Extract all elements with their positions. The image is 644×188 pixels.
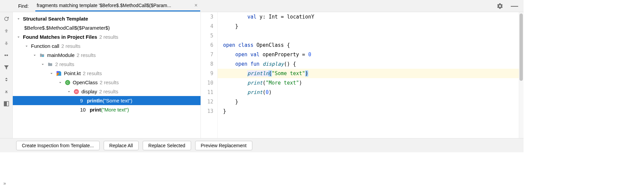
node-label: Point.kt [64, 70, 81, 76]
tree-template-header[interactable]: Structural Search Template [13, 14, 201, 23]
find-bar: Find: fragments matching template '$Befo… [0, 0, 524, 12]
svg-text:C: C [67, 81, 69, 84]
class-icon: C [65, 80, 71, 86]
node-label: OpenClass [73, 80, 98, 85]
result-count: 2 results [99, 34, 118, 40]
filter-icon[interactable] [2, 63, 10, 71]
svg-text:m: m [75, 90, 78, 93]
find-field-wrap[interactable]: fragments matching template '$Before$.$M… [35, 1, 200, 11]
result-count: 2 results [55, 61, 74, 67]
close-icon[interactable]: × [193, 2, 199, 8]
code-preview[interactable]: 345 678 91011 1213 val y: Int = location… [201, 12, 524, 138]
results-tree: Structural Search Template $Before$.$Met… [13, 12, 201, 138]
folder-icon [47, 62, 53, 67]
side-toolbar: ▪▪ [0, 12, 13, 138]
svg-rect-0 [4, 101, 6, 106]
preview-pane-icon[interactable] [2, 100, 10, 108]
arrow-down-icon[interactable] [2, 39, 10, 47]
match-text: println("Some text") [87, 98, 132, 103]
tree-match-1[interactable]: 9 println("Some text") [13, 96, 201, 105]
method-icon: m [73, 89, 79, 95]
tree-package[interactable]: 2 results [13, 60, 201, 69]
node-label: display [81, 89, 97, 94]
tree-found-header[interactable]: Found Matches in Project Files 2 results [13, 32, 201, 41]
module-icon [39, 53, 45, 58]
refresh-icon[interactable] [2, 15, 10, 23]
scrollbar-thumb[interactable] [520, 13, 523, 81]
result-count: 2 results [77, 52, 96, 58]
result-count: 2 results [99, 89, 118, 94]
main-area: ▪▪ Structural Search Template $Before$.$… [0, 12, 524, 138]
tree-module[interactable]: mainModule 2 results [13, 51, 201, 60]
tree-function-call[interactable]: Function call 2 results [13, 41, 201, 51]
tree-match-2[interactable]: 10 print("More text") [13, 105, 201, 114]
find-query[interactable]: fragments matching template '$Before$.$M… [37, 3, 193, 8]
preview-replacement-button[interactable]: Preview Replacement [195, 141, 252, 150]
node-label: Function call [31, 43, 59, 49]
node-label: $Before$.$MethodCall$($Parameter$) [24, 25, 110, 31]
tree-template-value[interactable]: $Before$.$MethodCall$($Parameter$) [13, 23, 201, 32]
code-body[interactable]: val y: Int = locationY } open class Open… [218, 12, 524, 138]
kotlin-file-icon [56, 70, 62, 76]
result-count: 2 results [83, 70, 102, 76]
create-inspection-button[interactable]: Create Inspection from Template... [16, 141, 100, 150]
replace-selected-button[interactable]: Replace Selected [143, 141, 191, 150]
match-line-number: 10 [80, 107, 86, 113]
node-label: mainModule [47, 52, 75, 58]
arrow-up-icon[interactable] [2, 27, 10, 35]
collapse-all-icon[interactable] [2, 88, 10, 96]
gutter: 345 678 91011 1213 [201, 12, 218, 138]
tree-class[interactable]: C OpenClass 2 results [13, 78, 201, 87]
find-label: Find: [18, 3, 29, 9]
tree-file[interactable]: Point.kt 2 results [13, 69, 201, 78]
scrollbar[interactable] [519, 12, 524, 138]
bottom-bar: Create Inspection from Template... Repla… [0, 138, 524, 152]
replace-all-button[interactable]: Replace All [104, 141, 139, 150]
node-label: Found Matches in Project Files [23, 34, 97, 40]
gear-icon[interactable] [497, 3, 503, 9]
match-line-number: 9 [80, 98, 83, 103]
expand-all-icon[interactable] [2, 75, 10, 84]
result-count: 2 results [61, 43, 80, 49]
minimize-icon[interactable]: — [509, 2, 520, 10]
node-label: Structural Search Template [23, 16, 88, 22]
group-icon[interactable]: ▪▪ [2, 51, 10, 59]
match-text: print("More text") [90, 107, 129, 113]
svg-rect-1 [42, 55, 44, 57]
tree-method[interactable]: m display 2 results [13, 87, 201, 96]
result-count: 2 results [100, 80, 119, 85]
